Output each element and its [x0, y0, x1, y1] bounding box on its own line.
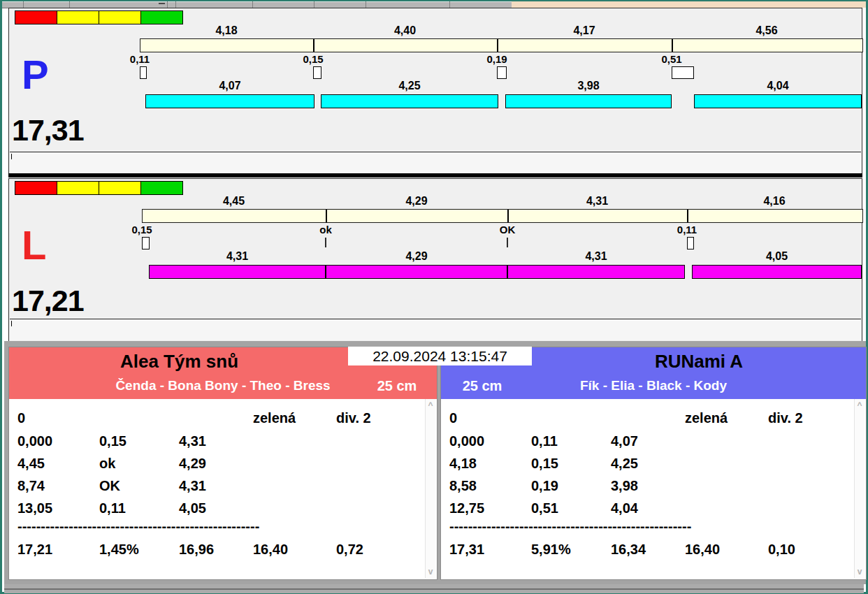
status-bar [4, 584, 864, 593]
datetime-display: 22.09.2024 13:15:47 [348, 347, 532, 365]
result-cell: 13,05 [17, 499, 52, 518]
split-tick [687, 210, 688, 222]
run-bar [692, 265, 862, 279]
result-cell: 4,07 [611, 432, 638, 451]
window-background: 4,184,404,174,560,110,150,190,514,074,25… [2, 1, 866, 592]
split-tick [313, 39, 314, 52]
minimize-dash-icon [159, 3, 165, 4]
result-cell: 0,000 [17, 432, 52, 451]
exchange-marker-tick [325, 238, 326, 247]
split-tick [672, 39, 673, 52]
result-cell: 5,91% [531, 540, 571, 559]
result-cell: 3,98 [611, 477, 638, 495]
exchange-time-label: 0,11 [108, 53, 171, 65]
team-panel-left: Alea Tým snů Čenda - Bona Bony - Theo - … [8, 347, 437, 580]
scroll-up-icon[interactable]: ^ [855, 400, 865, 410]
split-time-label: 4,45 [203, 195, 266, 208]
strip-divider [314, 1, 314, 8]
result-cell: 0,51 [531, 499, 558, 518]
split-time-label: 4,17 [553, 24, 616, 37]
legend-segment [141, 182, 182, 194]
exchange-time-label: 0,19 [465, 53, 528, 65]
run-time-label: 4,25 [378, 80, 441, 92]
run-bar [149, 265, 326, 279]
result-cell: 17,21 [17, 540, 52, 559]
legend-segment [141, 11, 182, 24]
status-legend [15, 10, 183, 24]
result-cell: 17,31 [449, 540, 484, 559]
lane-panel-p: 4,184,404,174,560,110,150,190,514,074,25… [8, 8, 862, 175]
result-cell: 4,31 [179, 432, 206, 451]
totals-row: 17,211,45%16,9616,400,72 [10, 540, 424, 559]
result-cell: 4,29 [179, 454, 206, 473]
exchange-time-label: 0,11 [656, 224, 718, 236]
split-time-label: 4,56 [735, 24, 798, 37]
results-text-left[interactable]: ^ v 0zelenádiv. 20,0000,154,314,45ok4,29… [10, 399, 435, 578]
result-cell: 1,45% [99, 540, 139, 559]
legend-segment [57, 182, 99, 194]
result-cell: 0,19 [531, 477, 558, 495]
result-cell: 16,40 [685, 540, 720, 559]
exchange-marker-box [142, 237, 150, 249]
strip-divider [449, 1, 450, 8]
result-cell: 0,11 [531, 432, 558, 451]
split-bar [140, 38, 863, 52]
result-cell: 0,000 [449, 432, 484, 451]
scroll-up-icon[interactable]: ^ [426, 400, 435, 410]
result-row: 12,750,514,04 [442, 499, 853, 518]
results-text-right[interactable]: ^ v 0zelenádiv. 20,0000,114,074,180,154,… [442, 399, 865, 578]
strip-divider [23, 1, 24, 8]
strip-divider [366, 1, 366, 8]
results-scrollbar[interactable]: ^ v [854, 399, 865, 578]
lane-letter: P [22, 55, 49, 95]
exchange-time-label: OK [476, 224, 539, 236]
legend-segment [15, 11, 57, 24]
result-cell: 0 [17, 409, 25, 428]
split-time-label: 4,31 [566, 195, 629, 208]
scroll-down-icon[interactable]: v [426, 567, 435, 577]
result-cell: 4,25 [611, 454, 638, 473]
exchange-time-label: 0,51 [640, 53, 703, 65]
result-cell: div. 2 [336, 409, 371, 428]
team-name: Alea Tým snů [9, 350, 349, 372]
exchange-marker-box [497, 66, 507, 79]
result-cell: 16,96 [179, 540, 214, 559]
lane-total: 17,21 [12, 286, 84, 316]
scroll-down-icon[interactable]: v [855, 567, 865, 577]
result-row: 13,050,114,05 [10, 499, 424, 518]
split-time-label: 4,18 [195, 24, 258, 37]
run-time-label: 4,29 [385, 250, 448, 263]
split-time-label: 4,29 [385, 195, 448, 208]
totals-row: 17,315,91%16,3416,400,10 [442, 540, 853, 559]
result-row: 0zelenádiv. 2 [442, 409, 853, 428]
status-legend [15, 181, 183, 195]
result-row: 8,580,193,98 [442, 477, 853, 495]
result-cell: OK [99, 477, 120, 495]
result-cell: 16,34 [611, 540, 646, 559]
run-time-label: 3,98 [557, 80, 620, 92]
result-cell: 0,11 [99, 499, 126, 518]
strip-divider [167, 1, 168, 8]
result-cell: 4,45 [17, 454, 45, 473]
lane-total: 17,31 [12, 115, 84, 145]
team-name: RUNami A [532, 350, 866, 372]
lane-note-field[interactable] [10, 152, 861, 173]
legend-segment [99, 182, 141, 194]
result-row: 4,180,154,25 [442, 454, 853, 473]
result-row: 0,0000,114,07 [442, 432, 853, 451]
run-time-label: 4,07 [198, 80, 261, 92]
split-time-label: 4,16 [743, 195, 806, 208]
result-row: 0zelenádiv. 2 [10, 409, 424, 428]
exchange-marker-box [687, 237, 694, 249]
result-cell: 0,72 [336, 540, 363, 559]
lane-note-field[interactable] [10, 319, 861, 340]
run-time-label: 4,05 [746, 250, 809, 263]
result-cell: 4,04 [611, 499, 638, 518]
team-panel-right: RUNami A Fík - Elia - Black - Kody 25 cm… [440, 347, 867, 580]
run-bar [321, 94, 498, 108]
run-bar [326, 265, 507, 279]
text-caret [11, 321, 12, 326]
results-scrollbar[interactable]: ^ v [425, 399, 435, 578]
exchange-time-label: 0,15 [282, 53, 345, 65]
result-cell: 4,31 [179, 477, 206, 495]
